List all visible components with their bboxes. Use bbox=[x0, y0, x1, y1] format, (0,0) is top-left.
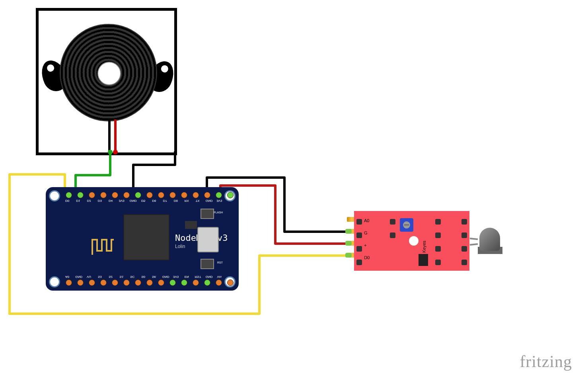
pin-label: Vin bbox=[216, 275, 222, 279]
pin-label: RX bbox=[184, 199, 189, 203]
mounting-hole bbox=[49, 190, 60, 201]
mounting-hole bbox=[49, 276, 60, 287]
ir-receiver-led bbox=[475, 228, 499, 255]
diagram-canvas: D0D1D2D3D43V3GNDD5D6D7D8RXTXGND3V3 A0GND… bbox=[0, 0, 588, 379]
fritzing-watermark: fritzing bbox=[520, 352, 572, 371]
pin-label: D0 bbox=[364, 255, 370, 260]
pin-label: S0 bbox=[140, 275, 146, 279]
pin-label: D8 bbox=[173, 199, 179, 203]
pin-label: D6 bbox=[151, 199, 157, 203]
pin-label: D5 bbox=[140, 199, 146, 203]
pin-label: S1 bbox=[119, 275, 124, 279]
comparator-ic bbox=[419, 254, 428, 266]
sensor-pin-labels: A0G+D0 bbox=[364, 218, 370, 260]
pin-label: 3V3 bbox=[216, 199, 222, 203]
usb-port bbox=[197, 227, 219, 252]
pin-label: GND bbox=[162, 275, 168, 279]
esp8266-chip bbox=[123, 214, 169, 260]
pin-header-top bbox=[66, 192, 234, 198]
pin-label: SK bbox=[151, 275, 157, 279]
pin-label: G bbox=[364, 231, 370, 235]
pin-label: EN bbox=[184, 275, 189, 279]
pin-label: S2 bbox=[108, 275, 113, 279]
pin-label: SC bbox=[130, 275, 135, 279]
pin-header-bottom bbox=[66, 279, 234, 286]
pin-label: 3V3 bbox=[119, 199, 124, 203]
reset-button[interactable] bbox=[201, 259, 214, 269]
solder-pads bbox=[435, 219, 441, 265]
pin-label: + bbox=[364, 243, 370, 248]
solder-pads bbox=[356, 219, 362, 265]
pin-label: D1 bbox=[75, 199, 81, 203]
pin-labels-bottom: A0GNDVUS3S2S1SCS0SKGND3V3ENRSTGNDVin bbox=[64, 275, 222, 279]
pin-label: A0 bbox=[64, 275, 70, 279]
flame-sensor-module: A0G+D0 Keyes bbox=[354, 211, 469, 271]
nodemcu-board: D0D1D2D3D43V3GNDD5D6D7D8RXTXGND3V3 A0GND… bbox=[46, 187, 239, 291]
buzzer-hole bbox=[97, 62, 121, 85]
pin-label: D4 bbox=[108, 199, 113, 203]
pin-label: GND bbox=[206, 199, 211, 203]
pin-label: RST bbox=[195, 275, 201, 279]
brand-label: Keyes bbox=[422, 240, 426, 253]
antenna-icon bbox=[92, 239, 115, 256]
pin-label: 3V3 bbox=[173, 275, 179, 279]
mounting-hole bbox=[409, 236, 419, 246]
board-subtitle: Lolin bbox=[175, 244, 185, 249]
solder-pads bbox=[461, 219, 467, 265]
pin-label: D7 bbox=[162, 199, 168, 203]
pin-label: GND bbox=[206, 275, 211, 279]
potentiometer[interactable] bbox=[400, 218, 413, 232]
solder-pads bbox=[390, 219, 395, 238]
pin-label: A0 bbox=[364, 218, 370, 223]
flash-label: FLASH bbox=[214, 211, 223, 214]
pin-labels-top: D0D1D2D3D43V3GNDD5D6D7D8RXTXGND3V3 bbox=[64, 199, 222, 203]
flash-button[interactable] bbox=[201, 209, 214, 219]
pin-label: VU bbox=[86, 275, 92, 279]
pin-label: D3 bbox=[97, 199, 103, 203]
regulator-chip bbox=[185, 221, 197, 229]
pin-label: GND bbox=[75, 275, 81, 279]
rst-label: RST bbox=[217, 261, 223, 264]
pin-label: D2 bbox=[86, 199, 92, 203]
pin-label: TX bbox=[195, 199, 201, 203]
pin-label: GND bbox=[130, 199, 135, 203]
pin-label: D0 bbox=[64, 199, 70, 203]
pin-label: S3 bbox=[97, 275, 103, 279]
